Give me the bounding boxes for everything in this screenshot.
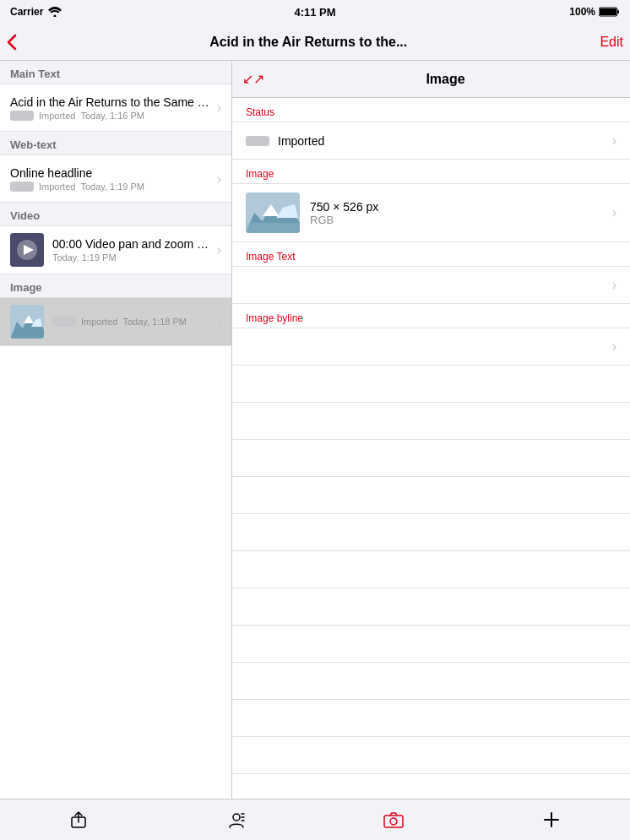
item-time: Today, 1:19 PM [80, 182, 144, 192]
camera-icon [383, 811, 404, 828]
contacts-icon [227, 810, 246, 829]
chevron-right-icon: › [217, 100, 221, 116]
detail-label-status: Status [232, 98, 630, 122]
item-meta: Imported Today, 1:19 PM [10, 182, 214, 192]
status-pill [10, 182, 34, 192]
empty-rows [232, 366, 630, 799]
list-item-content: 00:00 Video pan and zoom https... Today,… [52, 237, 214, 263]
image-thumbnail [10, 305, 44, 339]
battery-label: 100% [569, 6, 595, 18]
detail-section-image: Image 750 × 526 px RGB [232, 160, 630, 242]
list-item-content: Acid in the Air Returns to the Same Leve… [10, 95, 214, 121]
battery-icon [599, 7, 620, 17]
empty-row [232, 774, 630, 799]
back-chevron-icon [7, 34, 17, 51]
image-preview [246, 192, 300, 233]
svg-point-17 [233, 814, 240, 821]
empty-row [232, 403, 630, 440]
chevron-right-icon: › [612, 205, 616, 220]
svg-point-19 [390, 818, 397, 825]
share-icon [69, 810, 88, 829]
add-button[interactable] [533, 801, 570, 838]
svg-rect-15 [246, 223, 300, 233]
empty-row [232, 737, 630, 774]
item-time: Today, 1:16 PM [80, 111, 144, 121]
empty-row [232, 440, 630, 477]
list-item-online-headline[interactable]: Online headline Imported Today, 1:19 PM … [0, 155, 231, 203]
list-item-content: Imported Today, 1:18 PM [52, 317, 214, 327]
image-thumb-glacier [10, 305, 44, 339]
section-header-video: Video [0, 203, 231, 226]
status-pill [10, 111, 34, 121]
contacts-button[interactable] [218, 801, 255, 838]
item-status: Imported [81, 317, 117, 327]
detail-row-status[interactable]: Imported › [232, 122, 630, 159]
detail-row-image-byline[interactable]: › [232, 328, 630, 365]
chevron-right-icon: › [612, 339, 616, 355]
list-item-image[interactable]: Imported Today, 1:18 PM › [0, 298, 231, 346]
wifi-icon [48, 7, 62, 17]
detail-label-image: Image [232, 160, 630, 183]
status-bar-time: 4:11 PM [294, 6, 335, 19]
image-preview-glacier [246, 192, 300, 233]
video-thumbnail [10, 233, 44, 267]
right-nav-bar: ↙↗ Image [232, 61, 630, 98]
item-title: Online headline [10, 166, 214, 180]
item-title: 00:00 Video pan and zoom https... [52, 237, 214, 251]
empty-row [232, 663, 630, 700]
empty-row [232, 626, 630, 663]
section-header-main-text: Main Text [0, 61, 231, 84]
nav-bar: Acid in the Air Returns to the... Edit [0, 24, 630, 61]
chevron-right-icon: › [217, 242, 221, 257]
detail-row-image[interactable]: 750 × 526 px RGB › [232, 183, 630, 241]
image-colorspace: RGB [310, 214, 612, 226]
list-item-content: Online headline Imported Today, 1:19 PM [10, 166, 214, 192]
bottom-toolbar [0, 799, 630, 840]
add-icon [542, 810, 561, 829]
empty-row [232, 588, 630, 626]
chevron-right-icon: › [612, 133, 616, 149]
chevron-right-icon: › [217, 171, 221, 187]
edit-button[interactable]: Edit [600, 35, 623, 50]
item-time: Today, 1:19 PM [52, 252, 117, 263]
image-dimensions: 750 × 526 px [310, 200, 612, 214]
item-status: Imported [39, 111, 75, 121]
back-button[interactable] [7, 34, 17, 51]
right-panel-title: Image [271, 72, 620, 87]
detail-row-content: Imported [278, 133, 612, 149]
item-status: Imported [39, 182, 75, 192]
detail-label-image-text: Image Text [232, 242, 630, 266]
detail-row-image-text[interactable]: › [232, 266, 630, 303]
svg-point-0 [54, 15, 57, 18]
carrier-label: Carrier [10, 6, 43, 18]
item-title: Acid in the Air Returns to the Same Leve… [10, 95, 214, 109]
svg-rect-3 [600, 8, 616, 15]
status-value: Imported [278, 134, 324, 148]
list-item-main-text[interactable]: Acid in the Air Returns to the Same Leve… [0, 84, 231, 132]
empty-row [232, 700, 630, 737]
item-meta: Imported Today, 1:16 PM [10, 111, 214, 121]
svg-rect-2 [617, 10, 619, 14]
item-time: Today, 1:18 PM [122, 317, 187, 327]
list-item-video[interactable]: 00:00 Video pan and zoom https... Today,… [0, 226, 231, 274]
chevron-right-icon: › [612, 278, 616, 293]
status-pill [52, 317, 76, 327]
app-container: Acid in the Air Returns to the... Edit M… [0, 24, 630, 840]
empty-row [232, 477, 630, 514]
item-meta: Today, 1:19 PM [52, 252, 214, 263]
item-meta: Imported Today, 1:18 PM [52, 317, 214, 327]
empty-row [232, 366, 630, 403]
status-pill [246, 136, 269, 146]
left-panel: Main Text Acid in the Air Returns to the… [0, 61, 232, 799]
nav-title: Acid in the Air Returns to the... [24, 35, 593, 50]
status-bar-left: Carrier [10, 6, 62, 18]
resize-icon: ↙↗ [242, 71, 264, 87]
section-header-web-text: Web-text [0, 132, 231, 155]
chevron-right-icon: › [217, 314, 221, 329]
status-bar: Carrier 4:11 PM 100% [0, 0, 630, 24]
empty-row [232, 514, 630, 551]
video-thumb-image [10, 233, 44, 267]
camera-button[interactable] [375, 801, 412, 838]
detail-section-status: Status Imported › [232, 98, 630, 160]
share-button[interactable] [60, 801, 97, 838]
